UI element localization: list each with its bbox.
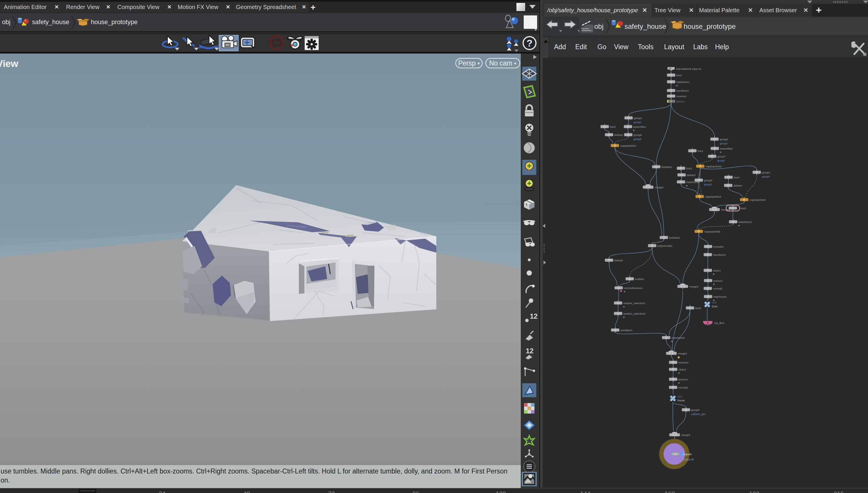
svg-text:pointjitter1: pointjitter1 (620, 329, 633, 332)
svg-text:box4: box4 (734, 176, 740, 179)
svg-text:normal1: normal1 (713, 287, 723, 290)
svg-text:remesh1: remesh1 (678, 361, 688, 364)
svg-text:box1: box1 (676, 74, 682, 77)
svg-text:boolean1: boolean1 (661, 166, 672, 169)
svg-text:house_prototype: house_prototype (684, 22, 736, 30)
svg-text:matchsize1: matchsize1 (676, 81, 690, 84)
svg-text:group2: group2 (720, 138, 728, 141)
svg-text:delete6: delete6 (614, 259, 623, 262)
svg-text:group7: group7 (718, 159, 725, 162)
svg-text:autouv1: autouv1 (713, 279, 723, 282)
svg-text:normal2: normal2 (678, 386, 688, 389)
svg-text:?: ? (526, 38, 533, 49)
svg-text:Output #0: Output #0 (683, 458, 694, 461)
svg-text:copytopoints3: copytopoints3 (705, 195, 721, 198)
svg-text:group4: group4 (762, 171, 770, 174)
svg-text:obj: obj (594, 22, 603, 30)
svg-text:group1: group1 (634, 117, 642, 120)
svg-text:delete3: delete3 (687, 174, 696, 177)
svg-text:transform1: transform1 (676, 89, 689, 92)
svg-text:group3: group3 (704, 179, 712, 182)
svg-text:delete1: delete1 (676, 100, 685, 103)
svg-text:house: house (678, 399, 685, 402)
svg-text:matchsize5: matchsize5 (671, 337, 685, 339)
svg-text:delete2: delete2 (614, 134, 623, 136)
svg-text:matchsize3: matchsize3 (738, 221, 752, 223)
svg-text:group3: group3 (704, 183, 712, 186)
svg-text:voronoifracture1: voronoifracture1 (624, 287, 643, 290)
svg-text:group4: group4 (762, 175, 770, 178)
svg-text:Null: Null (712, 301, 717, 304)
svg-text:remesh2: remesh2 (713, 245, 724, 248)
svg-text:rop_fbx1: rop_fbx1 (714, 322, 724, 324)
svg-text:autouv2: autouv2 (678, 378, 688, 381)
svg-text:polyextrude1: polyextrude1 (657, 244, 673, 248)
svg-text:scatter1: scatter1 (635, 278, 644, 281)
svg-text:Sub-Network Input #1: Sub-Network Input #1 (676, 67, 701, 70)
svg-text:group8: group8 (691, 409, 699, 411)
svg-text:transform4: transform4 (713, 254, 726, 256)
svg-text:matchsize4: matchsize4 (713, 295, 727, 298)
svg-text:Null: Null (678, 395, 682, 398)
svg-text:12: 12 (526, 347, 534, 355)
svg-text:merge4: merge4 (678, 352, 687, 355)
svg-text:collision_geo: collision_geo (691, 413, 705, 415)
svg-text:merge1: merge1 (655, 186, 664, 189)
svg-text:group7: group7 (718, 155, 726, 158)
svg-text:delete4: delete4 (733, 184, 742, 187)
svg-text:output0: output0 (683, 453, 691, 456)
svg-text:boolean2: boolean2 (669, 236, 680, 239)
svg-text:group6: group6 (634, 134, 642, 136)
svg-text:group2: group2 (720, 142, 728, 145)
svg-text:copytopoints5: copytopoints5 (704, 230, 720, 233)
svg-text:random_selection2: random_selection2 (623, 312, 645, 315)
svg-text:box2: box2 (610, 125, 616, 128)
svg-text:assemble1: assemble1 (633, 125, 646, 128)
svg-text:random_selection1: random_selection1 (623, 302, 645, 305)
svg-text:copytopoints2: copytopoints2 (705, 165, 722, 168)
svg-text:box3: box3 (686, 167, 692, 170)
svg-text:box6: box6 (695, 307, 701, 310)
svg-text:clean2: clean2 (678, 368, 686, 371)
svg-text:12: 12 (530, 312, 538, 320)
svg-text:box5: box5 (740, 207, 746, 210)
svg-text:merge3: merge3 (689, 285, 699, 288)
svg-text:group6: group6 (634, 138, 641, 141)
svg-text:Door: Door (712, 305, 718, 308)
svg-text:assemble2: assemble2 (720, 147, 733, 150)
svg-text:safety_house: safety_house (624, 22, 666, 30)
svg-text:reverse1: reverse1 (676, 95, 686, 98)
svg-text:group1: group1 (634, 121, 642, 124)
svg-text:line1: line1 (698, 150, 703, 152)
svg-text:copytopoints1: copytopoints1 (620, 144, 637, 147)
svg-text:clean1: clean1 (713, 269, 721, 272)
svg-text:copytopoints4: copytopoints4 (749, 198, 766, 201)
svg-text:merge5: merge5 (681, 434, 690, 436)
